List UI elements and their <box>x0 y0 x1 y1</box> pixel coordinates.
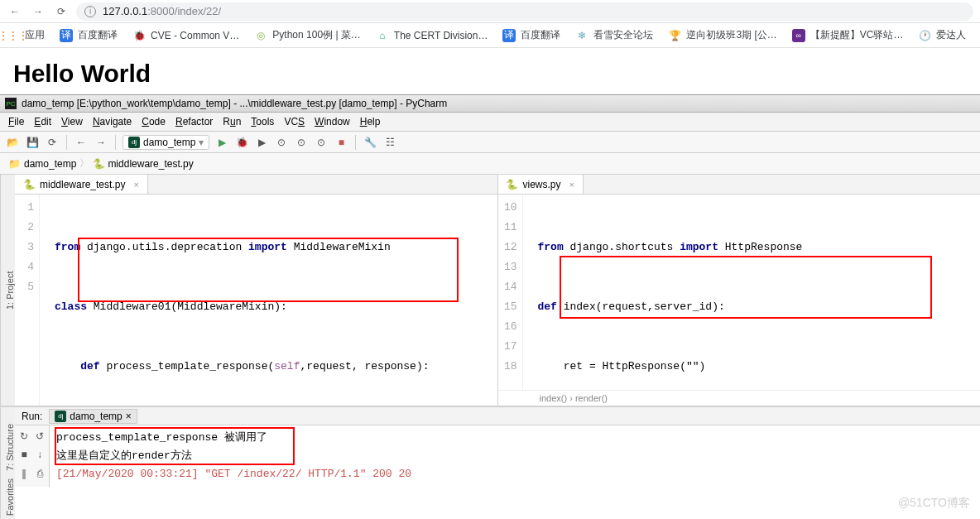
run-body: ↻ ↺ ■ ↓ ‖ ⎙ process_template_response 被调… <box>15 425 980 487</box>
close-icon[interactable]: × <box>126 411 132 422</box>
ide-title-text: damo_temp [E:\python_work\temp\damo_temp… <box>22 98 447 109</box>
redo-button[interactable]: → <box>94 135 108 150</box>
toolbar-separator <box>66 135 67 150</box>
apps-button[interactable]: ⋮⋮⋮应用 <box>7 28 45 42</box>
menu-refactor[interactable]: Refactor <box>172 114 216 129</box>
menu-view[interactable]: View <box>58 114 86 129</box>
print-button[interactable]: ⎙ <box>32 466 47 481</box>
fold-col <box>40 195 51 406</box>
menu-edit[interactable]: Edit <box>31 114 55 129</box>
toolbar-separator <box>115 135 116 150</box>
bookmark-cve[interactable]: 🐞CVE - Common V… <box>132 29 239 42</box>
rerun-button[interactable]: ↻ <box>17 429 31 444</box>
breadcrumb-file[interactable]: middleware_test.py <box>108 158 193 170</box>
editor-tabs-right: 🐍 views.py × <box>498 175 981 195</box>
browser-toolbar: ← → ⟳ i 127.0.0.1:8000/index/22/ <box>0 0 980 23</box>
console-line: process_template_response 被调用了 <box>56 429 973 447</box>
django-icon: dj <box>55 411 66 422</box>
page-heading: Hello World <box>13 60 967 88</box>
menu-navigate[interactable]: Navigate <box>89 114 135 129</box>
bookmark-vc[interactable]: ∞【新提醒】VC驿站… <box>792 28 904 42</box>
menu-code[interactable]: Code <box>138 114 169 129</box>
sidebar-project-tab[interactable]: 1: Project <box>0 175 15 406</box>
breadcrumb-folder[interactable]: damo_temp <box>24 158 76 170</box>
concurrency-button[interactable]: ⊙ <box>294 135 309 150</box>
run-button[interactable]: ▶ <box>214 135 229 150</box>
stop-button[interactable]: ■ <box>334 135 348 150</box>
bookmark-baidu2[interactable]: 译百度翻译 <box>502 28 560 42</box>
sync-button[interactable]: ⟳ <box>45 135 60 150</box>
ide-titlebar: PC damo_temp [E:\python_work\temp\damo_t… <box>0 94 980 113</box>
menu-file[interactable]: File <box>5 114 27 129</box>
menu-tools[interactable]: Tools <box>247 114 277 129</box>
bookmark-aidaren[interactable]: 🕐爱达人 <box>918 28 966 42</box>
menu-window[interactable]: Window <box>311 114 353 129</box>
url-text: 127.0.0.1:8000/index/22/ <box>103 5 221 17</box>
console-line: [21/May/2020 00:33:21] "GET /index/22/ H… <box>56 465 973 483</box>
python-icon: 🐍 <box>507 179 518 190</box>
page-content: Hello World <box>0 48 980 94</box>
breadcrumbs: 📁 damo_temp 〉 🐍 middleware_test.py <box>0 153 980 175</box>
bookmark-python100[interactable]: ◎Python 100例 | 菜… <box>254 28 361 42</box>
folder-icon: 📁 <box>8 158 21 170</box>
attach-button[interactable]: ⊙ <box>314 135 329 150</box>
reload-button[interactable]: ⟳ <box>53 3 70 20</box>
code-text-left[interactable]: from django.utils.deprecation import Mid… <box>51 195 497 406</box>
code-left[interactable]: 12345 from django.utils.deprecation impo… <box>15 195 497 406</box>
undo-button[interactable]: ← <box>74 135 89 150</box>
forward-button[interactable]: → <box>30 3 46 20</box>
stop-run-button[interactable]: ■ <box>17 447 31 462</box>
save-button[interactable]: 💾 <box>25 135 40 150</box>
fold-col <box>523 195 535 390</box>
toolbar-separator <box>355 135 356 150</box>
menu-run[interactable]: Run <box>219 114 244 129</box>
python-icon: 🐍 <box>23 179 35 190</box>
console[interactable]: process_template_response 被调用了 这里是自定义的re… <box>50 425 980 487</box>
bookmark-reverse[interactable]: 🏆逆向初级班3期 [公… <box>668 28 776 42</box>
restart-button[interactable]: ↺ <box>32 429 47 444</box>
gutter-right: 101112131415161718 <box>498 195 523 390</box>
editor-tabs-left: 🐍 middleware_test.py × <box>15 175 497 195</box>
console-line: 这里是自定义的render方法 <box>56 447 973 465</box>
scroll-down-button[interactable]: ↓ <box>32 447 47 462</box>
menubar: File Edit View Navigate Code Refactor Ru… <box>0 113 980 132</box>
back-button[interactable]: ← <box>7 3 23 20</box>
bookmark-cert[interactable]: ⌂The CERT Division… <box>376 29 488 42</box>
pause-button[interactable]: ‖ <box>17 466 31 481</box>
run-header: Run: dj damo_temp × <box>15 407 980 425</box>
bookmark-baidu[interactable]: 译百度翻译 <box>60 28 118 42</box>
tab-views[interactable]: 🐍 views.py × <box>498 175 584 194</box>
toolbar: 📂 💾 ⟳ ← → dj damo_temp ▾ ▶ 🐞 ▶ ⊙ ⊙ ⊙ ■ 🔧… <box>0 132 980 153</box>
editor-left: 🐍 middleware_test.py × 12345 from django… <box>15 175 498 406</box>
nav-info: index() › render() <box>498 390 981 406</box>
url-bar[interactable]: i 127.0.0.1:8000/index/22/ <box>76 2 973 21</box>
structure-button[interactable]: ☷ <box>382 135 397 150</box>
gutter-left: 12345 <box>15 195 40 406</box>
tab-middleware-test[interactable]: 🐍 middleware_test.py × <box>15 175 148 194</box>
debug-button[interactable]: 🐞 <box>234 135 249 150</box>
close-tab-icon[interactable]: × <box>133 180 138 190</box>
coverage-button[interactable]: ▶ <box>254 135 269 150</box>
settings-button[interactable]: 🔧 <box>363 135 377 150</box>
run-panel: Favorites 7: Structure Run: dj damo_temp… <box>0 406 980 519</box>
code-right[interactable]: 101112131415161718 from django.shortcuts… <box>498 195 981 390</box>
menu-vcs[interactable]: VCS <box>281 114 308 129</box>
open-button[interactable]: 📂 <box>5 135 20 150</box>
watermark: @51CTO博客 <box>898 496 970 511</box>
sidebar-structure-favorites[interactable]: Favorites 7: Structure <box>0 407 15 519</box>
bookmark-kanxue[interactable]: ❄看雪安全论坛 <box>575 28 653 42</box>
close-tab-icon[interactable]: × <box>569 180 574 190</box>
django-icon: dj <box>128 137 140 148</box>
editor-right: 🐍 views.py × 101112131415161718 from dja… <box>498 175 981 406</box>
site-info-icon[interactable]: i <box>84 6 96 17</box>
pycharm-icon: PC <box>5 98 17 109</box>
run-tab[interactable]: dj damo_temp × <box>49 409 137 424</box>
menu-help[interactable]: Help <box>357 114 384 129</box>
editor-area: 1: Project 🐍 middleware_test.py × 12345 … <box>0 175 980 406</box>
run-controls: ↻ ↺ ■ ↓ ‖ ⎙ <box>15 425 50 487</box>
run-config-selector[interactable]: dj damo_temp ▾ <box>122 135 209 150</box>
run-label: Run: <box>22 411 42 422</box>
profile-button[interactable]: ⊙ <box>274 135 289 150</box>
bookmarks-bar: ⋮⋮⋮应用 译百度翻译 🐞CVE - Common V… ◎Python 100… <box>0 23 980 48</box>
code-text-right[interactable]: from django.shortcuts import HttpRespons… <box>535 195 981 390</box>
